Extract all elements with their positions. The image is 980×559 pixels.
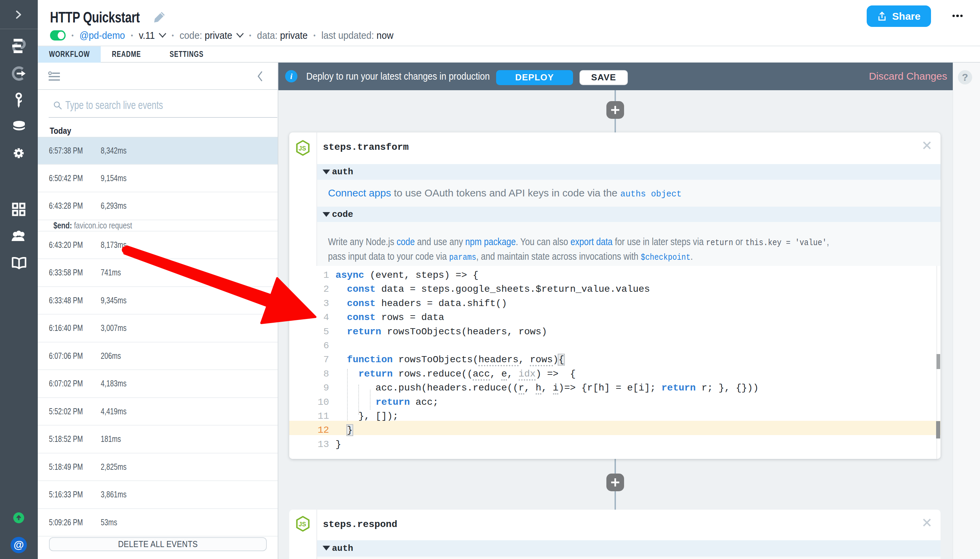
svg-text:JS: JS	[299, 145, 306, 152]
svg-text:JS: JS	[299, 521, 306, 528]
